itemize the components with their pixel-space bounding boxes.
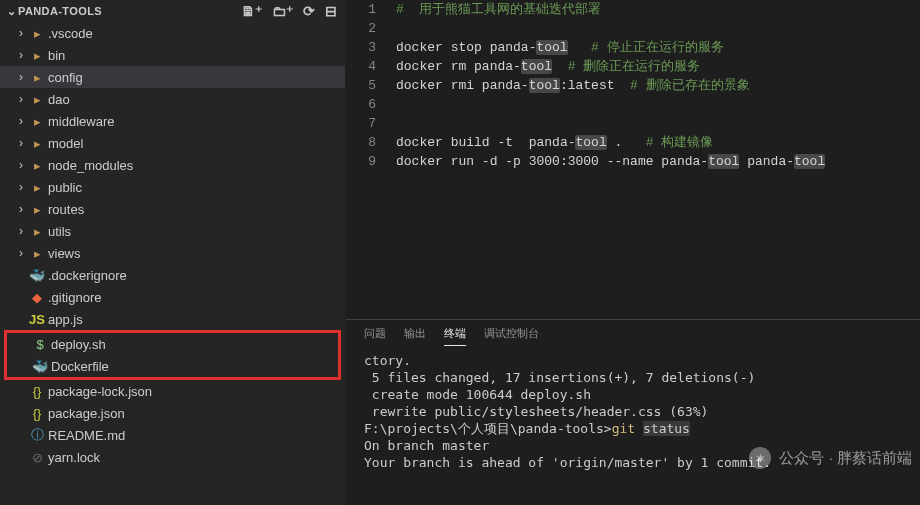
panel-tab-调试控制台[interactable]: 调试控制台 bbox=[484, 326, 539, 345]
terminal-line: ctory. bbox=[364, 352, 902, 369]
code-content: docker stop panda-tool # 停止正在运行的服务 bbox=[396, 38, 724, 57]
project-name: PANDA-TOOLS bbox=[18, 5, 241, 17]
code-line[interactable]: 2 bbox=[346, 19, 920, 38]
panel-tab-输出[interactable]: 输出 bbox=[404, 326, 426, 345]
file-Dockerfile[interactable]: 🐳Dockerfile bbox=[7, 355, 338, 377]
tree-item-label: middleware bbox=[48, 114, 114, 129]
braces-icon: {} bbox=[28, 384, 46, 399]
braces-icon: {} bbox=[28, 406, 46, 421]
line-number: 5 bbox=[346, 76, 396, 95]
folder-icon: ▸ bbox=[28, 224, 46, 239]
code-content: docker rmi panda-tool:latest # 删除已存在的景象 bbox=[396, 76, 750, 95]
folder-config[interactable]: ›▸config bbox=[0, 66, 345, 88]
code-line[interactable]: 9docker run -d -p 3000:3000 --name panda… bbox=[346, 152, 920, 171]
code-line[interactable]: 7 bbox=[346, 114, 920, 133]
refresh-icon[interactable]: ⟳ bbox=[303, 3, 315, 19]
tree-item-label: views bbox=[48, 246, 81, 261]
code-editor[interactable]: 1# 用于熊猫工具网的基础迭代部署23docker stop panda-too… bbox=[346, 0, 920, 319]
collapse-icon[interactable]: ⊟ bbox=[325, 3, 337, 19]
terminal-line: Your branch is ahead of 'origin/master' … bbox=[364, 454, 902, 471]
terminal-line: F:\projects\个人项目\panda-tools>git status bbox=[364, 420, 902, 437]
line-number: 4 bbox=[346, 57, 396, 76]
code-line[interactable]: 3docker stop panda-tool # 停止正在运行的服务 bbox=[346, 38, 920, 57]
tree-item-label: public bbox=[48, 180, 82, 195]
lock-icon: ⊘ bbox=[28, 450, 46, 465]
folder-utils[interactable]: ›▸utils bbox=[0, 220, 345, 242]
code-line[interactable]: 1# 用于熊猫工具网的基础迭代部署 bbox=[346, 0, 920, 19]
code-line[interactable]: 6 bbox=[346, 95, 920, 114]
folder-icon: ▸ bbox=[28, 92, 46, 107]
terminal-line: rewrite public/stylesheets/header.css (6… bbox=[364, 403, 902, 420]
terminal-output[interactable]: ctory. 5 files changed, 17 insertions(+)… bbox=[346, 350, 920, 505]
file-package-lock-json[interactable]: {}package-lock.json bbox=[0, 380, 345, 402]
code-line[interactable]: 5docker rmi panda-tool:latest # 删除已存在的景象 bbox=[346, 76, 920, 95]
chevron-right-icon: › bbox=[14, 114, 28, 128]
code-content: docker build -t panda-tool . # 构建镜像 bbox=[396, 133, 713, 152]
folder-bin[interactable]: ›▸bin bbox=[0, 44, 345, 66]
folder-views[interactable]: ›▸views bbox=[0, 242, 345, 264]
docker-icon: 🐳 bbox=[31, 359, 49, 374]
tree-item-label: package-lock.json bbox=[48, 384, 152, 399]
code-content: docker run -d -p 3000:3000 --name panda-… bbox=[396, 152, 825, 171]
line-number: 1 bbox=[346, 0, 396, 19]
code-content: # 用于熊猫工具网的基础迭代部署 bbox=[396, 0, 601, 19]
tree-item-label: bin bbox=[48, 48, 65, 63]
terminal-line: On branch master bbox=[364, 437, 902, 454]
folder-icon: ▸ bbox=[28, 48, 46, 63]
folder-icon: ▸ bbox=[28, 158, 46, 173]
tree-item-label: app.js bbox=[48, 312, 83, 327]
line-number: 9 bbox=[346, 152, 396, 171]
panel-tab-终端[interactable]: 终端 bbox=[444, 326, 466, 346]
file-deploy-sh[interactable]: $deploy.sh bbox=[7, 333, 338, 355]
folder-icon: ▸ bbox=[28, 114, 46, 129]
line-number: 7 bbox=[346, 114, 396, 133]
folder-public[interactable]: ›▸public bbox=[0, 176, 345, 198]
highlighted-files: $deploy.sh🐳Dockerfile bbox=[4, 330, 341, 380]
explorer-actions: 🗎⁺ 🗀⁺ ⟳ ⊟ bbox=[241, 3, 337, 19]
chevron-right-icon: › bbox=[14, 180, 28, 194]
tree-item-label: Dockerfile bbox=[51, 359, 109, 374]
file-yarn-lock[interactable]: ⊘yarn.lock bbox=[0, 446, 345, 468]
folder-routes[interactable]: ›▸routes bbox=[0, 198, 345, 220]
folder-middleware[interactable]: ›▸middleware bbox=[0, 110, 345, 132]
tree-item-label: package.json bbox=[48, 406, 125, 421]
new-folder-icon[interactable]: 🗀⁺ bbox=[272, 3, 293, 19]
file-tree-lower: {}package-lock.json{}package.jsonⓘREADME… bbox=[0, 380, 345, 468]
chevron-right-icon: › bbox=[14, 246, 28, 260]
folder-model[interactable]: ›▸model bbox=[0, 132, 345, 154]
tree-item-label: README.md bbox=[48, 428, 125, 443]
chevron-down-icon: ⌄ bbox=[4, 5, 18, 18]
git-icon: ◆ bbox=[28, 290, 46, 305]
folder-icon: ▸ bbox=[28, 202, 46, 217]
new-file-icon[interactable]: 🗎⁺ bbox=[241, 3, 262, 19]
tree-item-label: model bbox=[48, 136, 83, 151]
js-icon: JS bbox=[28, 312, 46, 327]
folder--vscode[interactable]: ›▸.vscode bbox=[0, 22, 345, 44]
chevron-right-icon: › bbox=[14, 224, 28, 238]
tree-item-label: .dockerignore bbox=[48, 268, 127, 283]
folder-dao[interactable]: ›▸dao bbox=[0, 88, 345, 110]
tree-item-label: dao bbox=[48, 92, 70, 107]
panel-tab-问题[interactable]: 问题 bbox=[364, 326, 386, 345]
panel-tabs: 问题输出终端调试控制台 bbox=[346, 320, 920, 350]
file-README-md[interactable]: ⓘREADME.md bbox=[0, 424, 345, 446]
code-line[interactable]: 8docker build -t panda-tool . # 构建镜像 bbox=[346, 133, 920, 152]
tree-item-label: routes bbox=[48, 202, 84, 217]
code-line[interactable]: 4docker rm panda-tool # 删除正在运行的服务 bbox=[346, 57, 920, 76]
folder-icon: ▸ bbox=[28, 136, 46, 151]
tree-item-label: node_modules bbox=[48, 158, 133, 173]
file-package-json[interactable]: {}package.json bbox=[0, 402, 345, 424]
chevron-right-icon: › bbox=[14, 70, 28, 84]
tree-item-label: config bbox=[48, 70, 83, 85]
explorer-header[interactable]: ⌄ PANDA-TOOLS 🗎⁺ 🗀⁺ ⟳ ⊟ bbox=[0, 0, 345, 22]
folder-node_modules[interactable]: ›▸node_modules bbox=[0, 154, 345, 176]
file--gitignore[interactable]: ◆.gitignore bbox=[0, 286, 345, 308]
folder-icon: ▸ bbox=[28, 70, 46, 85]
file--dockerignore[interactable]: 🐳.dockerignore bbox=[0, 264, 345, 286]
chevron-right-icon: › bbox=[14, 202, 28, 216]
tree-item-label: .vscode bbox=[48, 26, 93, 41]
tree-item-label: .gitignore bbox=[48, 290, 101, 305]
folder-icon: ▸ bbox=[28, 26, 46, 41]
file-app-js[interactable]: JSapp.js bbox=[0, 308, 345, 330]
bottom-panel: 问题输出终端调试控制台 ctory. 5 files changed, 17 i… bbox=[346, 319, 920, 505]
